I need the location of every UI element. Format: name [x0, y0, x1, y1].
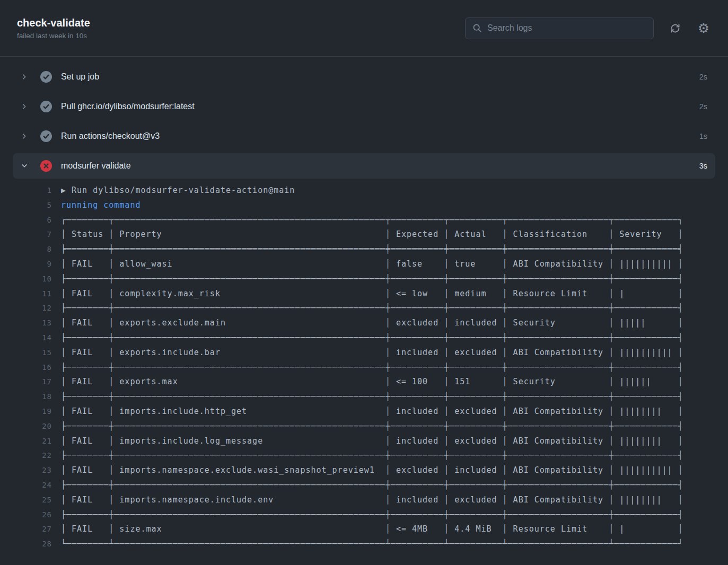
line-number[interactable]: 20 [6, 419, 52, 434]
line-number[interactable]: 1 [6, 183, 52, 198]
search-box[interactable] [465, 17, 654, 39]
log-line: 18├────────┼────────────────────────────… [6, 390, 728, 404]
log-text: │ FAIL │ exports.max │ <= 100 │ 151 │ Se… [61, 375, 683, 390]
log-text: │ FAIL │ complexity.max_risk │ <= low │ … [61, 287, 683, 302]
step-duration: 3s [699, 162, 707, 170]
line-number[interactable]: 6 [6, 213, 52, 228]
line-number[interactable]: 12 [6, 301, 52, 316]
log-line: 28└────────┴────────────────────────────… [6, 537, 728, 552]
chevron-right-icon[interactable] [21, 102, 29, 111]
line-number[interactable]: 25 [6, 493, 52, 508]
log-text: ├────────┼──────────────────────────────… [61, 331, 683, 346]
line-number[interactable]: 18 [6, 390, 52, 404]
log-line: 19│ FAIL │ imports.include.http_get │ in… [6, 404, 728, 419]
gear-icon: ⚙ [698, 22, 709, 35]
success-icon [40, 101, 52, 112]
chevron-right-icon[interactable] [21, 73, 29, 81]
job-status-subtitle: failed last week in 10s [17, 32, 90, 40]
log-line: 9│ FAIL │ allow_wasi │ false │ true │ AB… [6, 257, 728, 272]
log-text: │ FAIL │ imports.namespace.exclude.wasi_… [61, 463, 683, 478]
log-text: │ FAIL │ imports.include.log_message │ i… [61, 434, 683, 449]
job-header: check-validate failed last week in 10s [0, 0, 728, 57]
log-line: 13│ FAIL │ exports.exclude.main │ exclud… [6, 316, 728, 331]
line-number[interactable]: 22 [6, 448, 52, 463]
line-number[interactable]: 13 [6, 316, 52, 331]
step-list: Set up job2sPull ghcr.io/dylibso/modsurf… [0, 57, 728, 179]
line-number[interactable]: 10 [6, 272, 52, 287]
search-icon [472, 23, 482, 33]
log-text: │ FAIL │ exports.include.bar │ included … [61, 346, 683, 360]
chevron-down-icon[interactable] [21, 162, 29, 170]
line-number[interactable]: 16 [6, 360, 52, 375]
log-text: ├────────┼──────────────────────────────… [61, 419, 683, 434]
log-line: 22├────────┼────────────────────────────… [6, 448, 728, 463]
log-text: │ FAIL │ imports.include.http_get │ incl… [61, 404, 683, 419]
step-label: Run actions/checkout@v3 [61, 131, 160, 141]
log-line: 27│ FAIL │ size.max │ <= 4MB │ 4.4 MiB │… [6, 522, 728, 537]
log-text: ├────────┼──────────────────────────────… [61, 508, 683, 523]
line-number[interactable]: 7 [6, 227, 52, 242]
step-label: Set up job [61, 72, 99, 82]
log-line: 25│ FAIL │ imports.namespace.include.env… [6, 493, 728, 508]
line-number[interactable]: 5 [6, 198, 52, 213]
step-label: Pull ghcr.io/dylibso/modsurfer:latest [61, 102, 195, 111]
failed-icon [40, 160, 52, 172]
line-number[interactable]: 23 [6, 463, 52, 478]
log-text: │ FAIL │ size.max │ <= 4MB │ 4.4 MiB │ R… [61, 522, 683, 537]
log-text: ╞════════╪══════════════════════════════… [61, 242, 683, 257]
log-text: running command [61, 198, 141, 213]
line-number[interactable]: 19 [6, 404, 52, 419]
step-row[interactable]: Set up job2s [13, 62, 715, 92]
log-line: 15│ FAIL │ exports.include.bar │ include… [6, 346, 728, 360]
step-row[interactable]: modsurfer validate3s [13, 153, 715, 179]
header-actions: ⚙ [465, 17, 711, 39]
log-text: ┌────────┬──────────────────────────────… [61, 213, 683, 228]
log-line: 17│ FAIL │ exports.max │ <= 100 │ 151 │ … [6, 375, 728, 390]
log-line: 23│ FAIL │ imports.namespace.exclude.was… [6, 463, 728, 478]
log-text: ├────────┼──────────────────────────────… [61, 478, 683, 493]
line-number[interactable]: 28 [6, 537, 52, 552]
log-line: 12├────────┼────────────────────────────… [6, 301, 728, 316]
chevron-right-icon[interactable] [21, 132, 29, 140]
page-title: check-validate [17, 17, 90, 29]
log-text: ├────────┼──────────────────────────────… [61, 360, 683, 375]
log-line: 21│ FAIL │ imports.include.log_message │… [6, 434, 728, 449]
success-icon [40, 130, 52, 142]
log-line: 16├────────┼────────────────────────────… [6, 360, 728, 375]
step-duration: 2s [699, 102, 707, 111]
log-line: 20├────────┼────────────────────────────… [6, 419, 728, 434]
step-label: modsurfer validate [61, 161, 131, 171]
log-text: │ FAIL │ imports.namespace.include.env │… [61, 493, 683, 508]
line-number[interactable]: 21 [6, 434, 52, 449]
log-text: ├────────┼──────────────────────────────… [61, 448, 683, 463]
line-number[interactable]: 27 [6, 522, 52, 537]
actions-log-viewer: check-validate failed last week in 10s [0, 0, 728, 565]
log-text: ├────────┼──────────────────────────────… [61, 272, 683, 287]
step-row[interactable]: Run actions/checkout@v31s [13, 121, 715, 151]
log-line: 26├────────┼────────────────────────────… [6, 508, 728, 523]
search-input[interactable] [487, 23, 646, 33]
log-text: │ FAIL │ exports.exclude.main │ excluded… [61, 316, 683, 331]
line-number[interactable]: 9 [6, 257, 52, 272]
log-line: 7│ Status │ Property │ Expected │ Actual… [6, 227, 728, 242]
log-text: └────────┴──────────────────────────────… [61, 537, 683, 552]
log-text: │ Status │ Property │ Expected │ Actual … [61, 227, 683, 242]
line-number[interactable]: 17 [6, 375, 52, 390]
line-number[interactable]: 14 [6, 331, 52, 346]
refresh-button[interactable] [668, 21, 682, 36]
success-icon [40, 71, 52, 83]
log-line: 6┌────────┬─────────────────────────────… [6, 213, 728, 228]
log-line: 5running command [6, 198, 728, 213]
line-number[interactable]: 15 [6, 346, 52, 360]
refresh-icon [670, 23, 681, 34]
log-line: 8╞════════╪═════════════════════════════… [6, 242, 728, 257]
log-line: 11│ FAIL │ complexity.max_risk │ <= low … [6, 287, 728, 302]
log-text: ├────────┼──────────────────────────────… [61, 301, 683, 316]
settings-button[interactable]: ⚙ [696, 21, 711, 36]
step-duration: 2s [699, 73, 707, 81]
line-number[interactable]: 8 [6, 242, 52, 257]
line-number[interactable]: 26 [6, 508, 52, 523]
line-number[interactable]: 24 [6, 478, 52, 493]
line-number[interactable]: 11 [6, 287, 52, 302]
step-row[interactable]: Pull ghcr.io/dylibso/modsurfer:latest2s [13, 92, 715, 121]
